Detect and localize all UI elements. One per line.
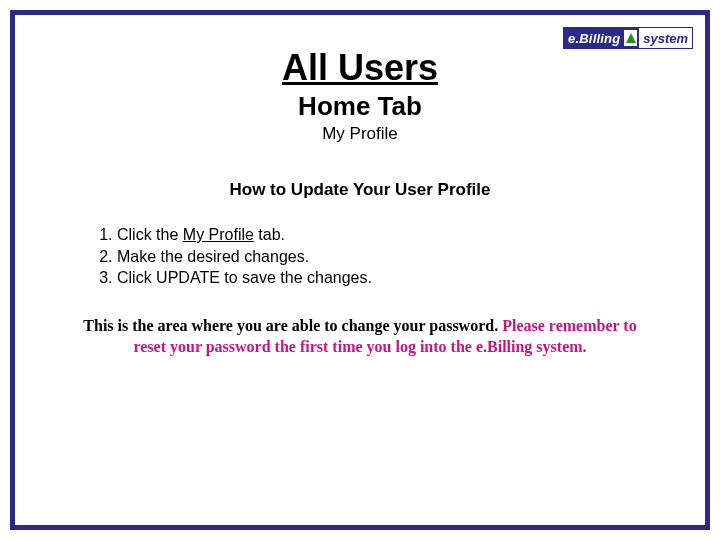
step-1-link-text: My Profile (183, 226, 254, 243)
note-paragraph: This is the area where you are able to c… (75, 315, 645, 358)
note-text-black: This is the area where you are able to c… (83, 317, 502, 334)
logo-text-left: e.Billing (564, 31, 624, 46)
step-2: Make the desired changes. (117, 246, 705, 268)
page-subtitle: Home Tab (15, 91, 705, 122)
slide-frame: e.Billing system All Users Home Tab My P… (10, 10, 710, 530)
triangle-icon (624, 30, 637, 46)
page-title: All Users (15, 47, 705, 89)
steps-list: Click the My Profile tab. Make the desir… (93, 224, 705, 289)
section-heading: How to Update Your User Profile (15, 180, 705, 200)
step-1-text-c: tab. (254, 226, 285, 243)
step-1-text-a: Click the (117, 226, 183, 243)
step-3: Click UPDATE to save the changes. (117, 267, 705, 289)
ebilling-logo: e.Billing system (563, 27, 693, 49)
step-1: Click the My Profile tab. (117, 224, 705, 246)
logo-text-right: system (639, 28, 692, 48)
page-subsubtitle: My Profile (15, 124, 705, 144)
svg-marker-0 (626, 33, 636, 43)
